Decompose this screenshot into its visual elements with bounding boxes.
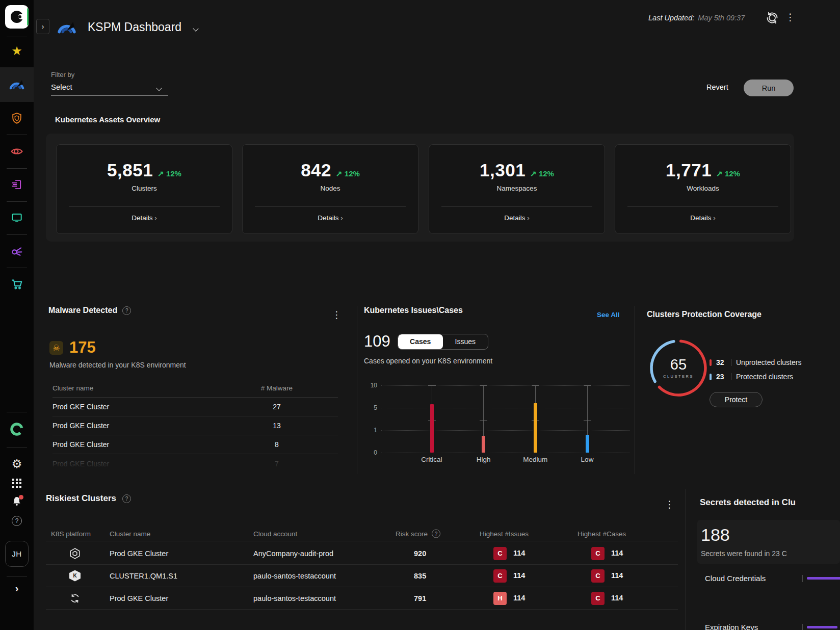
severity-badge: H <box>493 592 507 605</box>
severity-bar-medium[interactable] <box>534 403 537 453</box>
malware-subtitle: Malware detected in your K8S environment <box>49 361 186 369</box>
col-risk-score: Risk score? <box>396 529 440 538</box>
nodes-delta: ↗ 12% <box>336 169 360 178</box>
filter-by-label: Filter by <box>51 71 74 78</box>
panel-collapse-button[interactable]: › <box>36 19 49 34</box>
risk-score: 920 <box>414 549 426 558</box>
clusters-details-link[interactable]: Details › <box>57 214 232 222</box>
secret-type-label: Expiration Keys <box>705 623 758 630</box>
sidebar-item-favorites[interactable]: ★ <box>0 41 34 61</box>
sidebar-item-help[interactable]: ? <box>0 511 34 531</box>
sidebar-item-kubernetes[interactable] <box>0 419 34 439</box>
namespaces-label: Namespaces <box>429 185 605 192</box>
asset-card-clusters: 5,851↗ 12% Clusters Details › <box>56 144 232 234</box>
table-row[interactable]: K CLUSTER1.QM1.S1 paulo-santos-testaccou… <box>46 565 678 587</box>
protected-total: 65 <box>670 357 687 372</box>
namespaces-delta: ↗ 12% <box>530 169 554 178</box>
malware-count-cell: 8 <box>246 440 307 449</box>
highest-cases: C114 <box>591 569 623 583</box>
table-row[interactable]: Prod GKE Cluster 7 <box>52 454 338 473</box>
riskiest-help-icon[interactable]: ? <box>122 494 131 503</box>
cluster-name: Prod GKE Cluster <box>110 549 168 558</box>
x-axis-label: Low <box>564 456 610 463</box>
riskiest-title: Riskiest Clusters <box>46 493 116 504</box>
cluster-name: Prod GKE Cluster <box>52 403 246 411</box>
workloads-details-link[interactable]: Details › <box>615 214 791 222</box>
table-row[interactable]: Prod GKE Cluster 8 <box>52 435 338 454</box>
sidebar-item-kspm-dashboard[interactable] <box>0 74 34 95</box>
risk-score-help-icon[interactable]: ? <box>432 529 440 538</box>
col-cluster-name: Cluster name <box>110 530 150 537</box>
x-axis-label: Medium <box>512 456 558 463</box>
network-share-icon <box>10 244 24 258</box>
protect-button[interactable]: Protect <box>710 392 763 407</box>
severity-bar-high[interactable] <box>482 436 485 453</box>
table-row[interactable]: Prod GKE Cluster AnyCompany-audit-prod 9… <box>46 542 678 565</box>
severity-badge: C <box>493 547 507 560</box>
last-updated-value: May 5th 09:37 <box>698 14 745 22</box>
dashboard-gauge-icon <box>56 17 77 38</box>
title-dropdown-chevron-icon[interactable] <box>193 25 198 31</box>
gke-hexagon-icon <box>69 547 81 560</box>
riskiest-clusters-panel: Riskiest Clusters ? ⋮ K8S platform Clust… <box>46 493 678 630</box>
workloads-value: 1,771 <box>666 160 712 180</box>
sidebar-item-marketplace[interactable] <box>0 274 34 294</box>
table-row[interactable]: Prod GKE Cluster paulo-santos-testaccoun… <box>46 587 678 610</box>
run-button[interactable]: Run <box>744 80 794 96</box>
cluster-name: CLUSTER1.QM1.S1 <box>110 572 177 580</box>
malware-kebab-menu[interactable]: ⋮ <box>332 310 342 320</box>
namespaces-value: 1,301 <box>480 160 526 180</box>
table-row[interactable]: Prod GKE Cluster 13 <box>52 416 338 435</box>
tab-cases[interactable]: Cases <box>398 334 443 349</box>
secrets-subtitle: Secrets were found in 23 C <box>701 549 787 558</box>
malware-help-icon[interactable]: ? <box>122 306 131 315</box>
gridline <box>381 453 630 453</box>
sidebar-item-shift-left[interactable] <box>0 174 34 195</box>
sidebar-item-workstation[interactable] <box>0 207 34 228</box>
cases-issues-toggle[interactable]: Cases Issues <box>398 334 488 350</box>
cloud-account: paulo-santos-testaccount <box>253 572 336 580</box>
refresh-button[interactable] <box>765 10 780 25</box>
orca-logo-icon <box>11 11 23 23</box>
page-title: KSPM Dashboard <box>88 20 181 34</box>
col-highest-issues: Highest #Issues <box>480 530 529 537</box>
tab-issues[interactable]: Issues <box>443 334 488 349</box>
header-kebab-menu[interactable]: ⋮ <box>785 12 795 22</box>
see-all-link[interactable]: See All <box>597 311 620 319</box>
cloud-account: AnyCompany-audit-prod <box>253 549 333 558</box>
secret-bar <box>807 577 840 580</box>
malware-table-header: Cluster name # Malware <box>52 381 338 398</box>
sidebar-item-notifications[interactable] <box>0 491 34 512</box>
sidebar-item-shield[interactable] <box>0 108 34 128</box>
sidebar-item-attack-paths[interactable] <box>0 241 34 261</box>
malware-count-cell: 27 <box>246 403 307 411</box>
avatar[interactable]: JH <box>5 541 29 567</box>
riskiest-table-header: K8S platform Cluster name Cloud account … <box>46 526 678 541</box>
sidebar-item-apps-grid[interactable] <box>0 473 34 493</box>
nodes-details-link[interactable]: Details › <box>243 214 418 222</box>
cases-count: 114 <box>611 549 623 557</box>
issues-count: 114 <box>513 571 525 580</box>
riskiest-kebab-menu[interactable]: ⋮ <box>665 500 674 509</box>
question-icon: ? <box>12 516 22 526</box>
nodes-value: 842 <box>301 160 331 180</box>
namespaces-details-link[interactable]: Details › <box>429 214 605 222</box>
severity-bar-low[interactable] <box>586 435 589 453</box>
highest-issues: H114 <box>493 592 525 605</box>
malware-count: 175 <box>69 338 96 357</box>
secret-bar <box>807 626 837 628</box>
sidebar-item-settings[interactable]: ⚙ <box>0 454 34 474</box>
table-row[interactable]: Prod GKE Cluster 27 <box>52 398 338 416</box>
shield-icon <box>10 112 23 125</box>
severity-bar-critical[interactable] <box>430 404 434 453</box>
orca-logo[interactable] <box>5 5 29 29</box>
revert-button[interactable]: Revert <box>706 83 728 91</box>
malware-title: Malware Detected <box>48 306 117 315</box>
sidebar-expand-button[interactable]: › <box>0 578 34 598</box>
asset-card-workloads: 1,771↗ 12% Workloads Details › <box>615 144 791 234</box>
workloads-delta: ↗ 12% <box>716 169 740 178</box>
filter-select[interactable]: Select <box>51 83 168 96</box>
malware-table: Cluster name # Malware Prod GKE Cluster … <box>52 381 338 473</box>
sidebar-item-eye[interactable] <box>0 141 34 162</box>
y-axis-tick: 0 <box>364 449 377 456</box>
